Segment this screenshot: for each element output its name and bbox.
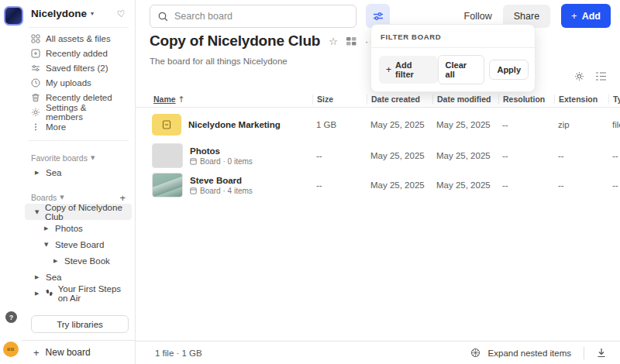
add-label: Add [582, 11, 601, 22]
asset-date-modified: May 25, 2025 [432, 151, 498, 160]
download-icon[interactable] [597, 348, 606, 358]
column-header-name[interactable]: Name↑ [136, 94, 312, 105]
sidebar-item-recently-added[interactable]: Recently added [22, 46, 135, 60]
notes-icon[interactable] [346, 37, 356, 46]
board-label: Your First Steps on Air [58, 284, 132, 303]
kebab-icon [31, 122, 40, 132]
add-button[interactable]: + Add [561, 4, 611, 28]
help-button[interactable]: ? [5, 311, 17, 323]
assets-grid-icon [31, 34, 40, 43]
asset-date-created: May 25, 2025 [367, 151, 432, 160]
caret-down-icon[interactable]: ▼ [44, 242, 50, 248]
board-subtitle: Board · 4 items [200, 187, 253, 195]
asset-name[interactable]: Photos [190, 146, 253, 156]
table-row[interactable]: Photos Board · 0 items -- May 25, 2025 M… [136, 141, 620, 170]
divider [28, 140, 129, 141]
column-header-size[interactable]: Size [312, 94, 367, 105]
add-filter-button[interactable]: + Add filter [379, 56, 438, 84]
expand-nested-icon[interactable] [470, 348, 480, 358]
sort-asc-icon: ↑ [178, 94, 185, 104]
board-label: Sea [46, 168, 61, 177]
expand-nested-label[interactable]: Expand nested items [488, 349, 571, 358]
favorite-star-icon[interactable]: ☆ [329, 36, 338, 47]
workspace-logo[interactable] [4, 6, 23, 26]
filter-board-panel: FILTER BOARD + Add filter Clear all Appl… [370, 24, 536, 92]
asset-resolution: -- [498, 180, 554, 190]
new-board-label: New board [46, 347, 91, 358]
plus-icon: + [386, 64, 391, 75]
workspace-name[interactable]: Nicelydone [31, 8, 87, 19]
asset-date-modified: May 25, 2025 [432, 120, 498, 129]
board-item-steve-book[interactable]: ▶ Steve Book [25, 252, 132, 269]
caret-right-icon[interactable]: ▶ [35, 274, 41, 280]
heart-icon[interactable]: ♡ [116, 9, 126, 19]
favorite-boards-header[interactable]: Favorite boards ▼ [22, 152, 135, 164]
board-item-copy-of-nicelydone-club[interactable]: ▼ Copy of Nicelydone Club [25, 204, 132, 220]
chevron-down-icon: ▼ [91, 155, 95, 161]
column-header-extension[interactable]: Extension [554, 94, 608, 105]
caret-right-icon[interactable]: ▶ [35, 290, 40, 297]
sidebar-item-label: All assets & files [46, 34, 111, 43]
asset-date-created: May 25, 2025 [367, 120, 432, 129]
column-header-date-created[interactable]: Date created [367, 94, 432, 105]
board-label: Sea [46, 273, 61, 282]
file-thumbnail[interactable] [152, 114, 181, 136]
board-description: The board for all things Nicelydone [150, 57, 288, 66]
new-board-button[interactable]: + New board [22, 340, 135, 364]
sidebar-item-all-assets[interactable]: All assets & files [22, 31, 135, 46]
footer-bar: 1 file · 1 GB Expand nested items [136, 341, 620, 364]
asset-size: -- [312, 151, 367, 160]
caret-right-icon[interactable]: ▶ [44, 225, 50, 232]
filter-panel-title: FILTER BOARD [371, 25, 535, 47]
add-filter-label: Add filter [395, 60, 431, 79]
caret-right-icon[interactable]: ▶ [53, 258, 60, 264]
caret-right-icon[interactable]: ▶ [35, 170, 41, 176]
board-icon [190, 158, 197, 165]
try-libraries-button[interactable]: Try libraries [31, 315, 129, 333]
column-header-date-modified[interactable]: Date modified [432, 94, 498, 105]
asset-extension: zip [554, 120, 608, 129]
trash-icon [31, 93, 40, 102]
sliders-icon [31, 64, 40, 73]
clear-all-button[interactable]: Clear all [438, 55, 485, 84]
list-view-icon[interactable] [596, 72, 606, 81]
gear-icon [31, 108, 40, 117]
asset-type: -- [608, 151, 620, 160]
sidebar-item-label: Saved filters (2) [46, 64, 108, 73]
column-header-type[interactable]: Type [608, 94, 620, 105]
chevron-down-icon[interactable]: ▾ [91, 10, 94, 17]
board-thumbnail[interactable] [152, 173, 183, 197]
board-label: Photos [55, 224, 83, 233]
board-item-photos[interactable]: ▶ Photos [25, 220, 132, 236]
favorite-board-sea[interactable]: ▶ Sea [25, 164, 132, 180]
search-input[interactable]: Search board [150, 5, 356, 28]
board-label: Copy of Nicelydone Club [45, 203, 132, 221]
sidebar-item-more[interactable]: More [22, 119, 135, 134]
app-rail: ? BB [0, 0, 22, 364]
sidebar-item-saved-filters[interactable]: Saved filters (2) [22, 60, 135, 75]
asset-type: -- [608, 180, 620, 190]
follow-button[interactable]: Follow [464, 11, 492, 22]
table-row[interactable]: Nicelydone Marketing 1 GB May 25, 2025 M… [136, 108, 620, 141]
board-item-steve-board[interactable]: ▼ Steve Board [25, 236, 132, 252]
sliders-icon [373, 11, 384, 22]
selection-summary: 1 file · 1 GB [155, 349, 202, 358]
plus-icon: + [571, 10, 577, 22]
view-settings-gear-icon[interactable] [574, 71, 584, 81]
asset-date-created: May 25, 2025 [367, 180, 432, 190]
asset-name[interactable]: Steve Board [190, 176, 253, 185]
caret-down-icon[interactable]: ▼ [35, 209, 40, 215]
user-avatar[interactable]: BB [3, 342, 19, 357]
sidebar-item-label: My uploads [46, 78, 91, 88]
apply-button[interactable]: Apply [489, 60, 529, 80]
sidebar-item-settings-members[interactable]: Settings & members [22, 105, 135, 119]
sidebar-item-my-uploads[interactable]: My uploads [22, 75, 135, 90]
add-board-icon[interactable]: + [119, 192, 126, 204]
column-header-resolution[interactable]: Resolution [498, 94, 554, 105]
table-row[interactable]: Steve Board Board · 4 items -- May 25, 2… [136, 170, 620, 200]
plus-icon: + [33, 347, 40, 359]
board-item-first-steps[interactable]: ▶ Your First Steps on Air [25, 285, 132, 301]
board-item-sea[interactable]: ▶ Sea [25, 269, 132, 285]
asset-name[interactable]: Nicelydone Marketing [188, 120, 281, 129]
board-thumbnail[interactable] [152, 143, 183, 168]
